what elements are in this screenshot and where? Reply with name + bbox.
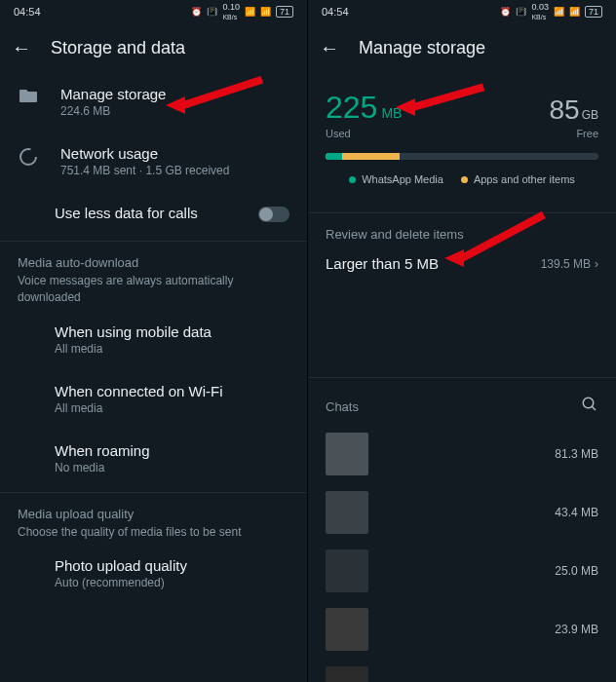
chat-thumb	[326, 491, 368, 534]
svg-point-0	[20, 149, 36, 165]
network-icon	[18, 147, 39, 167]
storage-legend: WhatsApp Media Apps and other items	[326, 160, 598, 201]
chat-thumb	[326, 666, 368, 682]
storage-bar-whatsapp	[326, 153, 342, 160]
larger-than-item[interactable]: Larger than 5 MB 139.5 MB›	[308, 249, 616, 282]
section-desc: Voice messages are always automatically …	[18, 273, 289, 306]
battery-icon: 71	[585, 6, 602, 18]
chat-size: 25.0 MB	[555, 564, 598, 578]
status-time: 04:54	[322, 6, 349, 18]
media-auto-download-section: Media auto-download Voice messages are a…	[0, 246, 307, 310]
section-title: Media auto-download	[18, 255, 289, 270]
search-icon[interactable]	[581, 396, 598, 417]
signal-icon: 📶	[569, 7, 580, 17]
larger-than-size: 139.5 MB›	[541, 257, 598, 271]
free-number: 85	[550, 95, 580, 125]
larger-than-title: Larger than 5 MB	[326, 255, 439, 272]
chats-section-label: Chats	[326, 399, 359, 414]
status-time: 04:54	[14, 6, 41, 18]
signal-icon: 📶	[260, 7, 271, 17]
use-less-data-item[interactable]: Use less data for calls	[0, 191, 307, 237]
manage-storage-title: Manage storage	[60, 86, 289, 102]
media-thumbnails[interactable]	[308, 282, 616, 365]
storage-summary: 225MB Used 85GB Free WhatsApp Media Apps…	[308, 72, 616, 208]
battery-icon: 71	[276, 6, 293, 18]
chat-row[interactable]: 25.0 MB	[308, 542, 616, 600]
phone-manage-storage: 04:54 ⏰ 📳 0.03KB/s 📶 📶 71 ← Manage stora…	[308, 0, 616, 682]
review-section-label: Review and delete items	[308, 217, 616, 249]
folder-icon	[18, 88, 39, 103]
phone-storage-and-data: 04:54 ⏰ 📳 0.10KB/s 📶 📶 71 ← Storage and …	[0, 0, 308, 682]
chat-thumb	[326, 433, 368, 475]
wifi-item[interactable]: When connected on Wi-Fi All media	[0, 369, 307, 429]
back-arrow-icon[interactable]: ←	[320, 37, 339, 59]
status-indicators: ⏰ 📳 0.10KB/s 📶 📶 71	[191, 2, 293, 21]
status-bar: 04:54 ⏰ 📳 0.03KB/s 📶 📶 71	[308, 0, 616, 23]
use-less-data-toggle[interactable]	[258, 207, 289, 222]
use-less-data-title: Use less data for calls	[55, 205, 237, 221]
page-title: Storage and data	[51, 38, 185, 58]
divider	[308, 212, 616, 213]
wifi-icon: 📶	[554, 7, 564, 17]
network-usage-subtitle: 751.4 MB sent · 1.5 GB received	[60, 164, 289, 177]
divider	[0, 492, 307, 493]
wifi-icon: 📶	[245, 7, 255, 17]
legend-dot-yellow	[461, 176, 468, 183]
vibrate-icon: 📳	[516, 7, 526, 17]
divider	[0, 241, 307, 242]
chat-size: 43.4 MB	[555, 506, 598, 519]
vibrate-icon: 📳	[207, 7, 217, 17]
header: ← Manage storage	[308, 23, 616, 72]
chat-size: 81.3 MB	[555, 447, 598, 461]
divider	[308, 377, 616, 378]
chat-size: 23.9 MB	[555, 623, 598, 636]
free-unit: GB	[582, 108, 598, 122]
status-indicators: ⏰ 📳 0.03KB/s 📶 📶 71	[500, 2, 602, 21]
back-arrow-icon[interactable]: ←	[12, 37, 31, 59]
svg-line-2	[592, 406, 596, 410]
alarm-icon: ⏰	[191, 7, 202, 17]
storage-bar	[326, 153, 598, 160]
status-bar: 04:54 ⏰ 📳 0.10KB/s 📶 📶 71	[0, 0, 307, 23]
chat-thumb	[326, 549, 368, 592]
chat-row[interactable]: 81.3 MB	[308, 425, 616, 483]
free-label: Free	[550, 128, 599, 139]
mobile-data-item[interactable]: When using mobile data All media	[0, 310, 307, 369]
network-usage-item[interactable]: Network usage 751.4 MB sent · 1.5 GB rec…	[0, 132, 307, 191]
chat-row[interactable]: 15.0 MB	[308, 659, 616, 682]
network-usage-title: Network usage	[60, 145, 289, 162]
chat-row[interactable]: 43.4 MB	[308, 483, 616, 542]
used-unit: MB	[381, 105, 402, 121]
alarm-icon: ⏰	[500, 7, 511, 17]
chat-thumb	[326, 608, 368, 651]
manage-storage-subtitle: 224.6 MB	[60, 104, 289, 118]
media-upload-quality-section: Media upload quality Choose the quality …	[0, 497, 307, 545]
svg-point-1	[583, 398, 594, 408]
roaming-item[interactable]: When roaming No media	[0, 429, 307, 488]
legend-dot-green	[349, 176, 356, 183]
chat-row[interactable]: 23.9 MB	[308, 600, 616, 659]
chevron-right-icon: ›	[595, 257, 598, 271]
manage-storage-item[interactable]: Manage storage 224.6 MB	[0, 72, 307, 132]
header: ← Storage and data	[0, 23, 307, 72]
used-label: Used	[326, 128, 402, 139]
page-title: Manage storage	[359, 38, 485, 58]
used-number: 225	[326, 90, 377, 126]
photo-upload-quality-item[interactable]: Photo upload quality Auto (recommended)	[0, 544, 307, 603]
